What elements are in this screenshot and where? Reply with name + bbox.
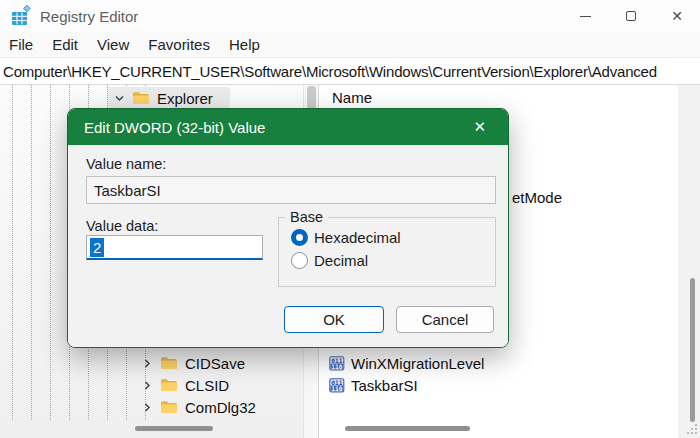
tree-item-label: CLSID [185,377,229,394]
address-bar[interactable]: Computer\HKEY_CURRENT_USER\Software\Micr… [0,58,700,85]
content-area: Explorer CIDSave [0,85,700,438]
folder-icon [160,400,178,414]
dword-value-icon: 011 110 [329,378,345,393]
value-name: TaskbarSI [351,377,418,394]
maximize-icon [626,11,636,21]
menu-edit[interactable]: Edit [52,36,78,53]
svg-text:110: 110 [331,362,342,369]
folder-icon [160,378,178,392]
value-data-label: Value data: [86,218,158,234]
tree-item-label: CIDSave [185,355,245,372]
cancel-button[interactable]: Cancel [396,306,494,333]
tree-item-clsid[interactable]: CLSID [141,374,229,396]
tree-item-cidsave[interactable]: CIDSave [141,352,245,374]
list-horizontal-scrollbar[interactable] [345,426,470,431]
svg-text:110: 110 [331,384,342,391]
resize-grip-icon[interactable] [686,423,699,436]
list-vertical-scrollbar[interactable] [678,85,700,438]
tree-item-label: Explorer [157,90,213,107]
chevron-right-icon[interactable] [141,379,154,391]
value-row-winxmigrationlevel[interactable]: 011 110 WinXMigrationLevel [329,352,484,374]
folder-icon [160,356,178,370]
tree-guide-line [12,85,13,420]
dialog-close-icon[interactable]: ✕ [467,116,492,138]
radio-hexadecimal[interactable]: Hexadecimal [291,229,495,246]
minimize-button[interactable] [562,0,608,32]
scrollbar-thumb[interactable] [690,278,695,422]
value-data-input[interactable]: 2 [86,235,263,260]
value-name-label: Value name: [86,156,166,172]
menu-favorites[interactable]: Favorites [148,36,210,53]
base-legend: Base [285,209,328,225]
menu-view[interactable]: View [97,36,129,53]
chevron-right-icon[interactable] [141,401,154,413]
radio-unselected-icon[interactable] [291,252,308,269]
value-name-field[interactable]: TaskbarSI [86,176,496,204]
value-row-taskbarsi[interactable]: 011 110 TaskbarSI [329,374,418,396]
dialog-titlebar: Edit DWORD (32-bit) Value ✕ [68,109,508,145]
dialog-body: Value name: TaskbarSI Value data: 2 Base… [68,145,508,348]
dialog-title: Edit DWORD (32-bit) Value [84,119,467,136]
minimize-icon [580,16,591,17]
menubar: File Edit View Favorites Help [0,32,700,58]
menu-file[interactable]: File [9,36,33,53]
menu-help[interactable]: Help [229,36,260,53]
selected-text: 2 [90,238,104,257]
tree-item-explorer[interactable]: Explorer [113,87,213,109]
base-groupbox: Base Hexadecimal Decimal [278,209,496,287]
window-title: Registry Editor [40,8,138,25]
window-controls: ✕ [562,0,700,32]
registry-path: Computer\HKEY_CURRENT_USER\Software\Micr… [3,63,657,80]
maximize-button[interactable] [608,0,654,32]
chevron-down-icon[interactable] [113,92,126,104]
close-button[interactable]: ✕ [654,0,700,32]
close-icon: ✕ [671,9,683,23]
tree-guide-line [31,85,32,420]
scrollbar-thumb[interactable] [307,86,316,110]
dword-value-icon: 011 110 [329,356,345,371]
radio-label: Decimal [314,252,368,269]
folder-icon [132,91,150,105]
partially-hidden-value[interactable]: etMode [512,189,562,206]
radio-decimal[interactable]: Decimal [291,252,495,269]
radio-label: Hexadecimal [314,229,401,246]
titlebar: Registry Editor ✕ [0,0,700,32]
tree-guide-line [50,85,51,420]
tree-horizontal-scrollbar[interactable] [135,426,213,431]
ok-button[interactable]: OK [284,306,384,333]
edit-dword-dialog: Edit DWORD (32-bit) Value ✕ Value name: … [67,108,509,348]
registry-editor-window: Registry Editor ✕ File Edit View Favorit… [0,0,700,438]
radio-selected-icon[interactable] [291,229,308,246]
chevron-right-icon[interactable] [141,357,154,369]
value-name: WinXMigrationLevel [351,355,484,372]
tree-item-comdlg32[interactable]: ComDlg32 [141,396,256,418]
tree-item-label: ComDlg32 [185,399,256,416]
registry-app-icon [10,5,32,27]
name-column-header[interactable]: Name [332,89,372,106]
